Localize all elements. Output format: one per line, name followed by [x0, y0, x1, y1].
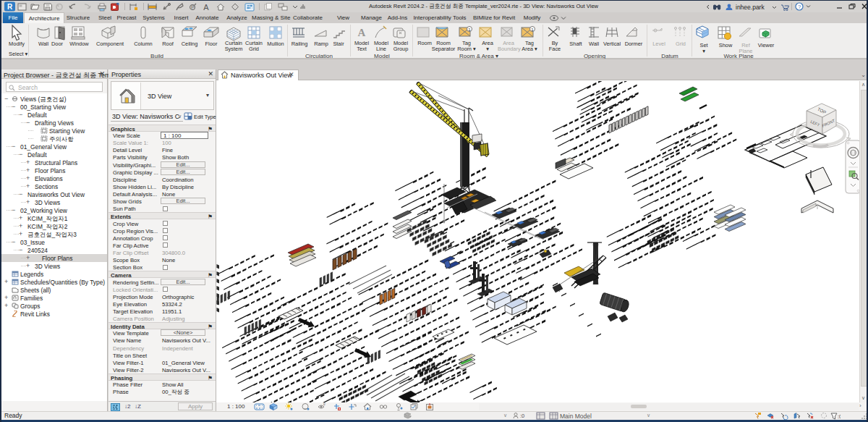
- svg-text:P: P: [191, 5, 195, 10]
- svg-text:A: A: [203, 3, 209, 12]
- svg-text:A: A: [358, 27, 366, 38]
- svg-text::0: :0: [838, 414, 841, 419]
- svg-text:inhee.park: inhee.park: [736, 4, 765, 11]
- svg-text:R: R: [7, 3, 13, 11]
- svg-text::0: :0: [520, 413, 524, 419]
- svg-text:0: 0: [323, 402, 326, 406]
- svg-text:?: ?: [798, 4, 801, 10]
